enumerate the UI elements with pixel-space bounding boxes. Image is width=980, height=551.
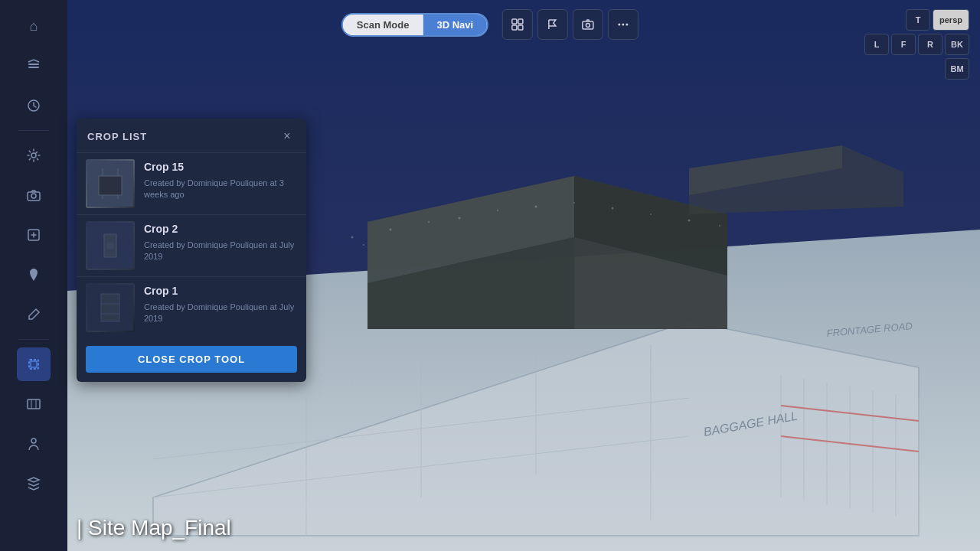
crop-info-2: Crop 1 Created by Dominique Pouliquen at… <box>144 283 297 325</box>
svg-point-29 <box>428 221 430 223</box>
sidebar-settings-icon[interactable] <box>17 139 51 172</box>
crop-name-1: Crop 2 <box>144 223 297 235</box>
crop-thumb-inner-0 <box>86 159 135 208</box>
view-bottom-button[interactable]: BM <box>945 58 969 80</box>
crop-item-1[interactable]: Crop 2 Created by Dominique Pouliquen at… <box>77 214 306 276</box>
svg-point-46 <box>788 259 789 261</box>
sidebar-layers-icon[interactable] <box>17 49 51 83</box>
svg-point-64 <box>586 24 590 28</box>
crop-name-2: Crop 1 <box>144 285 297 297</box>
sidebar-location-icon[interactable] <box>17 258 51 292</box>
crop-item-2[interactable]: Crop 1 Created by Dominique Pouliquen at… <box>77 276 306 338</box>
crop-meta-0: Created by Dominique Pouliquen at 3 week… <box>144 178 297 201</box>
crop-thumbnail-0 <box>86 159 135 208</box>
view-front-button[interactable]: F <box>891 34 916 55</box>
svg-point-26 <box>351 236 354 239</box>
svg-rect-76 <box>101 294 119 321</box>
sidebar: ⌂ <box>0 0 67 551</box>
svg-point-74 <box>106 242 114 249</box>
sidebar-crop-icon[interactable] <box>17 347 51 381</box>
crop-meta-1: Created by Dominique Pouliquen at July 2… <box>144 240 297 263</box>
svg-point-31 <box>497 210 498 211</box>
svg-point-42 <box>321 374 323 377</box>
crop-info-1: Crop 2 Created by Dominique Pouliquen at… <box>144 221 297 263</box>
svg-rect-63 <box>583 21 593 29</box>
svg-rect-59 <box>512 19 517 24</box>
top-toolbar: Scan Mode 3D Navi <box>341 9 639 40</box>
view-right-button[interactable]: R <box>918 34 942 55</box>
sidebar-stack-icon[interactable] <box>17 467 51 500</box>
svg-point-32 <box>535 206 537 208</box>
crop-list-panel: CROP LIST × Crop 15 Created by Dominique… <box>77 119 306 382</box>
svg-point-30 <box>459 217 461 220</box>
svg-point-44 <box>750 244 751 246</box>
sidebar-home-icon[interactable]: ⌂ <box>17 9 51 43</box>
view-nav-top-row: T persp <box>864 9 969 31</box>
navi-3d-button[interactable]: 3D Navi <box>423 15 487 35</box>
scan-mode-button[interactable]: Scan Mode <box>343 15 423 35</box>
svg-point-33 <box>573 202 575 204</box>
crop-item-0[interactable]: Crop 15 Created by Dominique Pouliquen a… <box>77 152 306 214</box>
svg-point-37 <box>719 225 720 227</box>
crop-info-0: Crop 15 Created by Dominique Pouliquen a… <box>144 159 297 201</box>
svg-rect-49 <box>28 67 39 68</box>
svg-rect-57 <box>28 399 40 409</box>
crop-thumb-inner-1 <box>86 221 135 270</box>
svg-point-65 <box>619 24 621 26</box>
grid-view-button[interactable] <box>502 9 533 40</box>
share-button[interactable] <box>608 9 639 40</box>
crop-thumb-inner-2 <box>86 283 135 332</box>
svg-point-35 <box>650 214 652 215</box>
toolbar-icons <box>502 9 639 40</box>
view-nav-bot-row: BM <box>864 58 969 80</box>
crop-list-close-button[interactable]: × <box>279 128 296 145</box>
view-top-button[interactable]: T <box>906 9 930 31</box>
sidebar-gear2-icon[interactable] <box>17 218 51 252</box>
sidebar-person-icon[interactable] <box>17 427 51 461</box>
svg-rect-48 <box>28 64 39 65</box>
flag-button[interactable] <box>537 9 568 40</box>
svg-point-27 <box>363 244 364 246</box>
close-crop-tool-button[interactable]: CLOSE CROP TOOL <box>86 346 297 373</box>
crop-name-0: Crop 15 <box>144 161 297 173</box>
crop-list-title: CROP LIST <box>87 131 147 142</box>
view-back-button[interactable]: BK <box>945 34 969 55</box>
screenshot-button[interactable] <box>573 9 603 40</box>
svg-point-53 <box>31 194 36 198</box>
view-left-button[interactable]: L <box>864 34 889 55</box>
svg-point-43 <box>351 382 353 383</box>
view-nav-mid-row: L F R BK <box>864 34 969 55</box>
svg-point-47 <box>811 266 813 268</box>
svg-rect-56 <box>31 361 37 367</box>
svg-point-66 <box>622 24 625 26</box>
mode-toggle: Scan Mode 3D Navi <box>341 13 488 37</box>
bottom-label: | Site Map_Final <box>77 516 231 540</box>
view-persp-button[interactable]: persp <box>933 9 969 31</box>
svg-rect-61 <box>512 25 517 30</box>
view-navigation: T persp L F R BK BM <box>864 9 969 80</box>
svg-point-51 <box>31 153 36 158</box>
svg-point-34 <box>612 207 614 210</box>
sidebar-divider-2 <box>18 339 49 340</box>
sidebar-history-icon[interactable] <box>17 89 51 122</box>
crop-list-header: CROP LIST × <box>77 119 306 152</box>
svg-point-28 <box>390 229 392 231</box>
crop-thumbnail-1 <box>86 221 135 270</box>
svg-point-67 <box>626 24 629 26</box>
sidebar-map-icon[interactable] <box>17 387 51 421</box>
svg-point-58 <box>31 439 36 443</box>
svg-point-36 <box>688 220 691 222</box>
svg-point-45 <box>765 252 767 254</box>
svg-rect-71 <box>99 176 122 195</box>
svg-rect-60 <box>518 19 523 24</box>
svg-rect-62 <box>518 25 523 30</box>
crop-thumbnail-2 <box>86 283 135 332</box>
sidebar-divider-1 <box>18 130 49 131</box>
sidebar-camera-icon[interactable] <box>17 178 51 212</box>
crop-meta-2: Created by Dominique Pouliquen at July 2… <box>144 302 297 325</box>
sidebar-edit-icon[interactable] <box>17 298 51 331</box>
